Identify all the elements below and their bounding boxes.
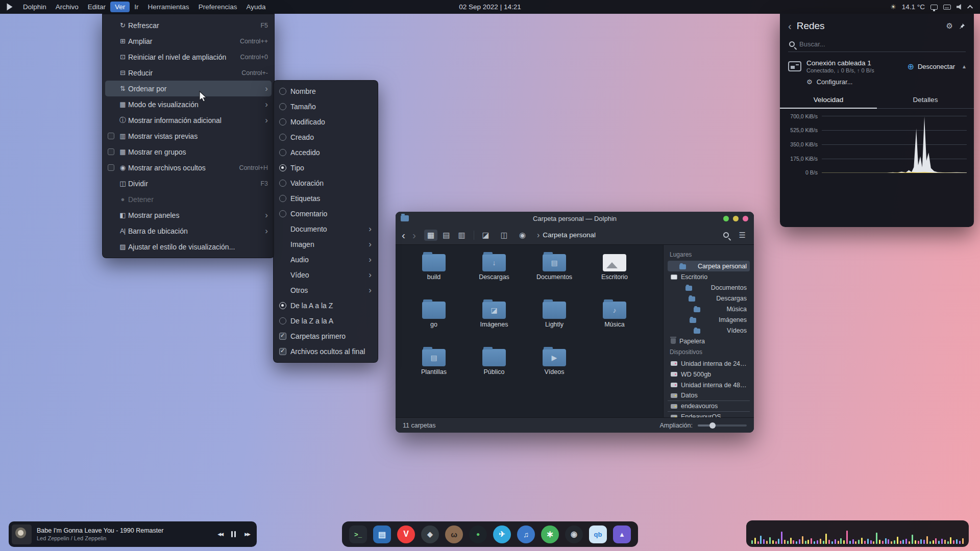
menubar-item[interactable]: Herramientas	[143, 2, 194, 12]
dock-icon-green-app[interactable]: ∗	[541, 525, 559, 543]
menu-item[interactable]: ▨ Ajustar el estilo de visualización...	[103, 239, 274, 255]
folder-item[interactable]: ↓ Descargas	[466, 251, 522, 298]
device-item[interactable]: WD 500gb	[668, 369, 750, 380]
back-button[interactable]: ‹	[401, 230, 406, 240]
submenu-item[interactable]: Etiquetas	[274, 191, 378, 206]
submenu-item[interactable]: Carpetas primero	[274, 329, 378, 344]
folder-item[interactable]: ▤ Plantillas	[406, 346, 462, 393]
submenu-item[interactable]: Tipo	[274, 160, 378, 176]
dock-icon-music-app[interactable]: ♫	[517, 525, 535, 543]
window-titlebar[interactable]: Carpeta personal — Dolphin	[396, 212, 754, 226]
split-button[interactable]: ◫	[498, 230, 511, 241]
preview-button[interactable]: ◪	[479, 230, 493, 241]
next-track-icon[interactable]: ▶▶	[244, 532, 250, 537]
menu-item[interactable]: ⊡ Reiniciar el nivel de ampliación Contr…	[103, 49, 274, 65]
folder-item[interactable]: ♪ Música	[586, 298, 643, 346]
menubar-item[interactable]: Editar	[83, 2, 110, 12]
folder-item[interactable]: Público	[466, 346, 522, 393]
folder-item[interactable]: Lightly	[526, 298, 582, 346]
connection-item[interactable]: Conexión cableada 1 Conectado, ↓ 0 B/s, …	[788, 59, 966, 73]
keyboard-icon[interactable]	[943, 5, 951, 10]
dock-icon-qbittorrent[interactable]: qb	[589, 525, 607, 543]
menu-item[interactable]: ◫ Dividir F3	[103, 176, 274, 191]
close-button[interactable]	[743, 216, 748, 221]
place-item[interactable]: Documentos	[668, 282, 750, 293]
dock-icon-cat-app[interactable]: ω	[445, 525, 463, 543]
zoom-slider[interactable]	[698, 424, 747, 427]
configure-link[interactable]: ⚙ Configurar...	[806, 78, 966, 86]
dock-icon-terminal[interactable]: >_	[349, 525, 367, 543]
folder-item[interactable]: build	[406, 251, 462, 298]
compact-view-button[interactable]: ▤	[439, 230, 453, 241]
submenu-item[interactable]: Documento	[274, 221, 378, 237]
show-hidden-button[interactable]: ◉	[516, 230, 529, 241]
zoom-slider-knob[interactable]	[709, 422, 716, 429]
menubar-item[interactable]: Preferencias	[194, 2, 242, 12]
menu-item[interactable]: ▦ Mostrar en grupos	[103, 144, 274, 160]
back-icon[interactable]: ‹	[788, 21, 792, 31]
breadcrumb[interactable]: › Carpeta personal	[537, 231, 596, 240]
menubar-item[interactable]: Ver	[110, 2, 130, 12]
network-tab[interactable]: Velocidad	[780, 92, 877, 109]
device-item[interactable]: EndeavourOS	[668, 412, 750, 417]
dock-icon-steam[interactable]: ◉	[565, 525, 583, 543]
breadcrumb-label[interactable]: Carpeta personal	[543, 231, 596, 239]
menu-item[interactable]: ⇅ Ordenar por	[105, 81, 272, 96]
network-settings-icon[interactable]: ⚙	[946, 21, 953, 31]
pin-icon[interactable]	[958, 22, 966, 30]
submenu-item[interactable]: Archivos ocultos al final	[274, 344, 378, 359]
pause-icon[interactable]	[231, 531, 236, 537]
menu-item[interactable]: ◧ Mostrar paneles	[103, 207, 274, 223]
details-view-button[interactable]: ▥	[455, 230, 468, 241]
submenu-item[interactable]: De la A a la Z	[274, 298, 378, 313]
device-item[interactable]: endeavouros	[668, 401, 750, 412]
configure-label[interactable]: Configurar...	[817, 78, 853, 86]
dock-icon-flameshot[interactable]: ▲	[613, 525, 631, 543]
disconnect-button[interactable]: Desconectar	[918, 63, 955, 70]
folder-item[interactable]: go	[406, 298, 462, 346]
network-tab[interactable]: Detalles	[877, 92, 974, 109]
place-item[interactable]: Escritorio	[668, 271, 750, 282]
collapse-arrow-icon[interactable]: ▴	[963, 63, 966, 70]
menu-item[interactable]: A| Barra de ubicación	[103, 223, 274, 239]
menu-item[interactable]: ◉ Mostrar archivos ocultos Control+H	[103, 160, 274, 176]
submenu-item[interactable]: Imagen	[274, 237, 378, 252]
folder-item[interactable]: ▶ Vídeos	[526, 346, 582, 393]
search-icon[interactable]	[723, 232, 729, 238]
chevron-up-icon[interactable]	[967, 5, 973, 10]
submenu-item[interactable]: Modificado	[274, 114, 378, 130]
menu-item[interactable]: ▥ Mostrar vistas previas	[103, 128, 274, 144]
menu-item[interactable]: ↻ Refrescar F5	[103, 17, 274, 33]
minimize-button[interactable]	[723, 216, 729, 221]
network-search-field[interactable]: Buscar...	[788, 37, 966, 52]
dock-icon-planet-app[interactable]: ●	[469, 525, 487, 543]
place-item[interactable]: Descargas	[668, 293, 750, 304]
device-item[interactable]: Unidad interna de 244,...	[668, 358, 750, 369]
menubar-item[interactable]: Ayuda	[241, 2, 270, 12]
submenu-item[interactable]: De la Z a la A	[274, 313, 378, 329]
dock-icon-inkscape[interactable]: ◆	[421, 525, 439, 543]
folder-item[interactable]: Escritorio	[586, 251, 643, 298]
submenu-item[interactable]: Vídeo	[274, 267, 378, 283]
place-item[interactable]: Imágenes	[668, 314, 750, 325]
dock-icon-vivaldi[interactable]: V	[397, 525, 415, 543]
submenu-item[interactable]: Comentario	[274, 206, 378, 221]
temperature[interactable]: 14.1 °C	[902, 3, 925, 11]
previous-track-icon[interactable]: ◀◀	[217, 532, 223, 537]
submenu-item[interactable]: Nombre	[274, 84, 378, 99]
submenu-item[interactable]: Audio	[274, 252, 378, 267]
place-item[interactable]: Carpeta personal	[668, 261, 750, 271]
place-item[interactable]: Papelera	[668, 336, 750, 346]
dock-icon-file-manager[interactable]: ▤	[373, 525, 391, 543]
forward-button[interactable]: ›	[411, 230, 417, 240]
dock-icon-telegram[interactable]: ✈	[493, 525, 511, 543]
hamburger-menu-icon[interactable]: ☰	[736, 230, 749, 241]
menu-item[interactable]: ▦ Modo de visualización	[103, 96, 274, 112]
folder-item[interactable]: ▤ Documentos	[526, 251, 582, 298]
display-icon[interactable]	[930, 5, 938, 10]
menu-item[interactable]: ● Detener	[103, 191, 274, 207]
submenu-item[interactable]: Creado	[274, 130, 378, 145]
submenu-item[interactable]: Accedido	[274, 145, 378, 160]
menubar-item[interactable]: Ir	[130, 2, 143, 12]
maximize-button[interactable]	[733, 216, 739, 221]
